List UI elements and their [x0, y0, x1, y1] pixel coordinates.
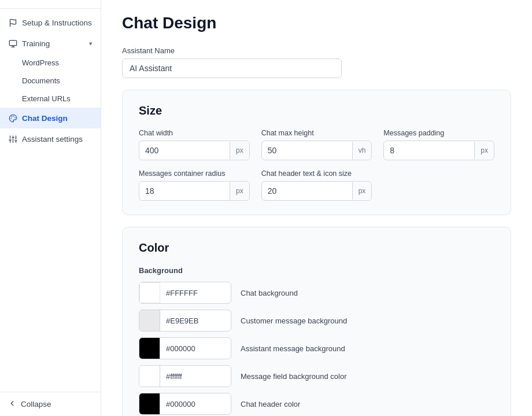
color-row-msg-field-bg: #ffffff Message field background color	[139, 365, 494, 387]
sidebar-item-chat-design[interactable]: Chat Design	[0, 108, 101, 128]
chat-max-height-input[interactable]	[262, 141, 352, 160]
color-desc-chat-header-color: Chat header color	[241, 400, 300, 408]
sidebar-collapse-button[interactable]: Collapse	[0, 392, 101, 416]
chat-max-height-field: Chat max height vh	[261, 129, 372, 160]
size-fields-row1: Chat width px Chat max height vh Message…	[139, 129, 494, 160]
monitor-icon	[8, 39, 17, 48]
color-row-assistant-msg-bg: #000000 Assistant message background	[139, 337, 494, 359]
color-desc-customer-msg-bg: Customer message background	[241, 316, 347, 325]
sidebar-item-setup-label: Setup & Instructions	[22, 19, 92, 27]
messages-padding-unit: px	[474, 142, 494, 159]
sidebar-item-wordpress[interactable]: WordPress	[0, 54, 101, 72]
chat-width-label: Chat width	[139, 129, 250, 137]
color-card-title: Color	[139, 241, 494, 255]
sidebar: Setup & Instructions Training ▾ WordPres…	[0, 0, 101, 416]
color-row-customer-msg-bg: #E9E9EB Customer message background	[139, 310, 494, 332]
messages-container-radius-unit: px	[230, 182, 249, 200]
color-desc-chat-bg: Chat background	[241, 289, 298, 297]
chat-header-text-icon-size-label: Chat header text & icon size	[261, 170, 372, 178]
color-card: Color Background #FFFFFF Chat background…	[122, 227, 511, 416]
svg-point-5	[14, 117, 15, 118]
size-card: Size Chat width px Chat max height vh	[122, 90, 511, 215]
palette-icon	[8, 113, 17, 123]
color-swatch-box-assistant-msg-bg[interactable]: #000000	[139, 337, 231, 359]
sidebar-item-wordpress-label: WordPress	[22, 58, 59, 67]
sidebar-item-assistant-settings[interactable]: Assistant settings	[0, 128, 101, 149]
sidebar-item-assistant-settings-label: Assistant settings	[22, 135, 83, 143]
sliders-icon	[8, 134, 17, 143]
chat-max-height-input-group: vh	[261, 141, 372, 160]
color-row-chat-bg: #FFFFFF Chat background	[139, 282, 494, 304]
color-hex-msg-field-bg: #ffffff	[160, 372, 188, 381]
flag-icon	[8, 18, 17, 27]
sidebar-item-documents-label: Documents	[22, 76, 60, 85]
color-swatch-msg-field-bg	[139, 366, 160, 386]
sidebar-item-training[interactable]: Training ▾	[0, 33, 101, 54]
page-title: Chat Design	[122, 14, 511, 32]
chevron-down-icon: ▾	[89, 40, 93, 47]
svg-point-7	[10, 118, 11, 119]
color-swatch-box-chat-bg[interactable]: #FFFFFF	[139, 282, 231, 304]
messages-padding-input[interactable]	[384, 141, 474, 160]
messages-container-radius-field: Messages container radius px	[139, 170, 250, 201]
assistant-name-field: Assistant Name	[122, 46, 511, 78]
color-swatch-chat-header-color	[139, 393, 160, 414]
messages-padding-field: Messages padding px	[383, 129, 494, 160]
svg-rect-1	[9, 40, 17, 45]
chat-width-unit: px	[230, 142, 249, 159]
sidebar-divider	[0, 8, 101, 9]
size-card-title: Size	[139, 104, 494, 117]
sidebar-item-setup[interactable]: Setup & Instructions	[0, 12, 101, 33]
chat-header-text-icon-size-unit: px	[352, 182, 372, 200]
sidebar-item-chat-design-label: Chat Design	[22, 114, 68, 123]
chat-width-input[interactable]	[139, 141, 230, 160]
color-hex-chat-header-color: #000000	[160, 400, 201, 408]
svg-point-4	[13, 116, 14, 116]
sidebar-item-training-label: Training	[22, 39, 50, 48]
chat-header-text-icon-size-field: Chat header text & icon size px	[261, 170, 372, 201]
chat-max-height-unit: vh	[352, 142, 372, 159]
color-swatch-box-chat-header-color[interactable]: #000000	[139, 393, 231, 415]
color-swatch-box-customer-msg-bg[interactable]: #E9E9EB	[139, 310, 231, 332]
color-hex-customer-msg-bg: #E9E9EB	[160, 316, 204, 325]
messages-padding-label: Messages padding	[383, 129, 494, 137]
messages-container-radius-label: Messages container radius	[139, 170, 250, 178]
svg-point-6	[12, 116, 12, 117]
chat-width-input-group: px	[139, 141, 250, 160]
collapse-label: Collapse	[21, 400, 51, 408]
color-swatch-customer-msg-bg	[139, 310, 160, 331]
color-desc-msg-field-bg: Message field background color	[241, 372, 347, 381]
color-swatch-chat-bg	[139, 282, 160, 303]
color-hex-assistant-msg-bg: #000000	[160, 344, 201, 353]
size-fields-row2: Messages container radius px Chat header…	[139, 170, 494, 201]
color-background-label: Background	[139, 266, 494, 275]
chat-header-text-icon-size-input-group: px	[261, 181, 372, 201]
color-swatch-assistant-msg-bg	[139, 338, 160, 359]
sidebar-item-external-urls[interactable]: External URLs	[0, 90, 101, 108]
chat-max-height-label: Chat max height	[261, 129, 372, 137]
messages-padding-input-group: px	[383, 141, 494, 160]
size-field-empty	[383, 170, 494, 201]
chat-header-text-icon-size-input[interactable]	[262, 182, 352, 200]
color-swatch-box-msg-field-bg[interactable]: #ffffff	[139, 365, 231, 387]
messages-container-radius-input-group: px	[139, 181, 250, 201]
assistant-name-input[interactable]	[122, 58, 342, 78]
color-hex-chat-bg: #FFFFFF	[160, 289, 204, 297]
assistant-name-label: Assistant Name	[122, 46, 511, 55]
sidebar-item-documents[interactable]: Documents	[0, 72, 101, 90]
color-desc-assistant-msg-bg: Assistant message background	[241, 344, 345, 353]
chat-width-field: Chat width px	[139, 129, 250, 160]
main-content: Chat Design Assistant Name Size Chat wid…	[101, 0, 532, 416]
sidebar-item-external-urls-label: External URLs	[22, 94, 71, 103]
collapse-arrow-icon	[8, 399, 16, 409]
messages-container-radius-input[interactable]	[139, 182, 230, 200]
color-row-chat-header-color: #000000 Chat header color	[139, 393, 494, 415]
